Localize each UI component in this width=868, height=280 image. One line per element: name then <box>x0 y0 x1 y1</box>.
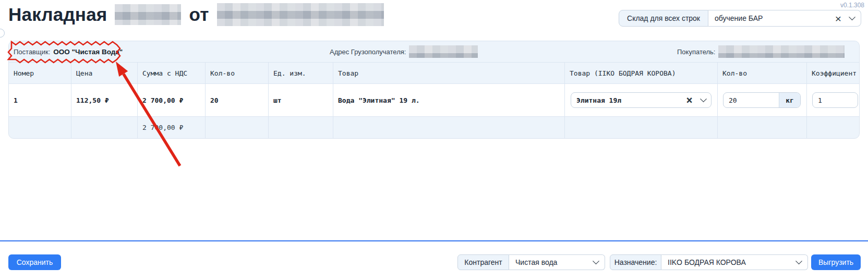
counterparty-select[interactable]: Чистая вода <box>509 254 605 270</box>
clear-icon[interactable]: × <box>685 95 694 106</box>
redacted-invoice-date <box>217 3 384 26</box>
total-empty <box>9 117 71 138</box>
total-empty <box>564 117 717 138</box>
coefficient-input[interactable] <box>812 92 858 108</box>
redacted-consignee-address <box>409 45 478 58</box>
iiko-product-select[interactable]: Элитная 19л × <box>571 92 712 108</box>
destination-select[interactable]: IIKO БОДРАЯ КОРОВА <box>661 254 808 270</box>
destination-label: Назначение: <box>610 254 661 270</box>
total-empty <box>717 117 806 138</box>
sidebar-toggle[interactable] <box>0 29 5 38</box>
buyer-info: Покупатель: <box>677 41 845 62</box>
redacted-invoice-number <box>115 4 181 25</box>
cell-coefficient <box>806 84 859 116</box>
invoice-title: Накладная <box>8 4 107 25</box>
iiko-qty-control: кг <box>723 92 801 108</box>
col-header-coefficient: Коэффициент <box>806 63 859 83</box>
chevron-down-icon[interactable] <box>795 258 802 264</box>
supplier-name: ООО "Чистая Вода" <box>53 48 123 56</box>
table-total-row: 2 700,00 ₽ <box>9 117 859 138</box>
cell-sum-vat: 2 700,00 ₽ <box>137 84 205 116</box>
invoice-table: Поставщик: ООО "Чистая Вода" Адрес Грузо… <box>8 41 860 139</box>
destination-value: IIKO БОДРАЯ КОРОВА <box>668 258 746 266</box>
app-version: v0.1.308 <box>840 2 864 9</box>
total-empty <box>806 117 859 138</box>
total-empty <box>71 117 137 138</box>
chevron-down-icon[interactable] <box>849 14 855 20</box>
cell-iiko-qty: кг <box>717 84 806 116</box>
clear-icon[interactable]: × <box>834 13 842 24</box>
counterparty-value: Чистая вода <box>515 258 557 266</box>
cell-number: 1 <box>9 84 71 116</box>
table-row: 1 112,50 ₽ 2 700,00 ₽ 20 шт Вода "Элитна… <box>9 84 859 117</box>
export-button[interactable]: Выгрузить <box>811 254 861 270</box>
iiko-qty-input[interactable] <box>724 93 779 107</box>
footer-divider <box>0 240 868 241</box>
cell-qty: 20 <box>205 84 268 116</box>
col-header-price: Цена <box>71 63 137 83</box>
cell-iiko-product: Элитная 19л × <box>564 84 717 116</box>
total-empty <box>333 117 564 138</box>
consignee-label: Адрес Грузополучателя: <box>330 48 406 56</box>
col-header-iiko-qty: Кол-во <box>717 63 806 83</box>
consignee-info: Адрес Грузополучателя: <box>330 41 478 62</box>
chevron-down-icon[interactable] <box>700 95 707 102</box>
page-title: Накладная от <box>8 3 384 26</box>
table-header-row: Номер Цена Сумма с НДС Кол-во Ед. изм. Т… <box>9 63 859 84</box>
col-header-number: Номер <box>9 63 71 83</box>
cell-unit: шт <box>268 84 333 116</box>
warehouse-control: Склад для всех строк обучение БАР × <box>619 10 861 27</box>
unit-suffix-kg: кг <box>779 93 800 107</box>
total-empty <box>268 117 333 138</box>
chevron-down-icon[interactable] <box>593 258 599 264</box>
title-connector: от <box>189 4 209 25</box>
counterparty-label: Контрагент <box>457 254 509 270</box>
col-header-qty: Кол-во <box>205 63 268 83</box>
buyer-label: Покупатель: <box>677 48 715 56</box>
col-header-iiko-product: Товар (IIKO БОДРАЯ КОРОВА) <box>564 63 717 83</box>
redacted-buyer-name <box>718 45 845 58</box>
total-empty <box>205 117 268 138</box>
save-button[interactable]: Сохранить <box>8 254 61 270</box>
iiko-product-value: Элитная 19л <box>576 96 621 104</box>
col-header-product: Товар <box>333 63 564 83</box>
warehouse-select-value: обучение БАР <box>715 14 763 22</box>
party-row: Поставщик: ООО "Чистая Вода" Адрес Грузо… <box>9 41 859 63</box>
col-header-unit: Ед. изм. <box>268 63 333 83</box>
col-header-sum-vat: Сумма с НДС <box>137 63 205 83</box>
cell-price: 112,50 ₽ <box>71 84 137 116</box>
warehouse-label: Склад для всех строк <box>619 10 708 27</box>
supplier-label: Поставщик: <box>14 48 50 56</box>
total-sum-vat: 2 700,00 ₽ <box>137 117 205 138</box>
warehouse-select[interactable]: обучение БАР × <box>708 10 861 27</box>
cell-product: Вода "Элитная" 19 л. <box>333 84 564 116</box>
supplier-info: Поставщик: ООО "Чистая Вода" <box>14 41 123 62</box>
